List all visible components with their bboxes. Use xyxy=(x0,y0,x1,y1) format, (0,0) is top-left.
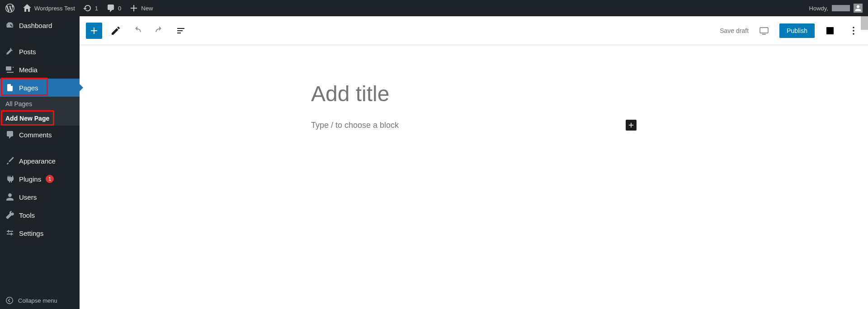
preview-button[interactable] xyxy=(756,23,772,39)
greeting-text: Howdy, xyxy=(809,5,828,12)
editor-toolbar: Save draft Publish xyxy=(80,16,868,45)
user-icon xyxy=(854,5,862,12)
svg-point-4 xyxy=(853,27,854,28)
wrench-icon xyxy=(5,211,14,220)
sidebar-icon xyxy=(825,25,835,36)
block-inserter-button[interactable] xyxy=(86,23,102,39)
redo-icon xyxy=(154,25,165,36)
editor-canvas: Add title Type / to choose a block xyxy=(80,45,868,309)
sidebar-item-dashboard[interactable]: Dashboard xyxy=(0,16,80,34)
new-link[interactable]: New xyxy=(129,4,153,13)
sidebar-label: Pages xyxy=(19,84,38,92)
undo-button[interactable] xyxy=(129,23,146,39)
pin-icon xyxy=(5,47,14,56)
sidebar-item-plugins[interactable]: Plugins 1 xyxy=(0,170,80,188)
svg-point-5 xyxy=(853,30,854,32)
sidebar-item-appearance[interactable]: Appearance xyxy=(0,152,80,170)
svg-rect-2 xyxy=(826,27,834,34)
pencil-icon xyxy=(110,25,121,36)
collapse-label: Collapse menu xyxy=(18,297,57,304)
wp-logo[interactable] xyxy=(5,4,14,13)
publish-button[interactable]: Publish xyxy=(779,23,815,38)
new-label: New xyxy=(141,5,153,12)
redo-button[interactable] xyxy=(151,23,167,39)
sidebar-item-users[interactable]: Users xyxy=(0,188,80,206)
block-editor: Save draft Publish Add title Type / to c… xyxy=(80,16,868,309)
sidebar-item-tools[interactable]: Tools xyxy=(0,206,80,224)
svg-point-0 xyxy=(6,297,13,304)
comment-icon xyxy=(5,130,14,139)
page-icon xyxy=(5,83,14,92)
toolbar-right: Save draft Publish xyxy=(720,23,862,39)
settings-sidebar-toggle[interactable] xyxy=(822,23,838,39)
sidebar-label: Settings xyxy=(19,229,43,237)
admin-bar-right[interactable]: Howdy, xyxy=(809,4,863,13)
avatar xyxy=(854,4,863,13)
comment-icon xyxy=(106,4,115,13)
post-title-input[interactable]: Add title xyxy=(311,81,637,106)
plus-icon xyxy=(89,25,99,36)
sidebar-label: Posts xyxy=(19,48,36,56)
document-overview-button[interactable] xyxy=(173,23,189,39)
undo-icon xyxy=(132,25,143,36)
sidebar-label: Tools xyxy=(19,211,35,219)
inline-inserter-button[interactable] xyxy=(626,120,637,131)
admin-bar: Wordpress Test 1 0 New Howdy, xyxy=(0,0,868,16)
user-icon xyxy=(5,192,14,201)
sliders-icon xyxy=(5,229,14,238)
plugins-badge: 1 xyxy=(46,175,54,183)
home-icon xyxy=(23,4,32,13)
site-title: Wordpress Test xyxy=(34,5,75,12)
list-icon xyxy=(175,25,186,36)
updates-count: 1 xyxy=(95,5,98,12)
pages-submenu: All Pages Add New Page xyxy=(0,97,80,126)
refresh-icon xyxy=(83,4,92,13)
brush-icon xyxy=(5,156,14,165)
sidebar-item-pages[interactable]: Pages xyxy=(0,79,80,97)
tools-button[interactable] xyxy=(108,23,124,39)
kebab-icon xyxy=(848,25,859,36)
submenu-item-all-pages[interactable]: All Pages xyxy=(0,97,80,111)
sidebar-item-posts[interactable]: Posts xyxy=(0,42,80,61)
collapse-menu[interactable]: Collapse menu xyxy=(0,292,80,309)
plus-icon xyxy=(129,4,138,13)
sidebar-label: Appearance xyxy=(19,157,56,165)
plug-icon xyxy=(5,174,14,183)
plus-icon xyxy=(627,121,635,129)
sidebar-label: Comments xyxy=(19,131,52,139)
site-link[interactable]: Wordpress Test xyxy=(23,4,75,13)
sidebar-item-comments[interactable]: Comments xyxy=(0,126,80,144)
comments-link[interactable]: 0 xyxy=(106,4,121,13)
sidebar-label: Users xyxy=(19,193,37,201)
wordpress-icon xyxy=(5,4,14,13)
admin-bar-left: Wordpress Test 1 0 New xyxy=(5,4,153,13)
scrollbar[interactable] xyxy=(861,16,868,30)
comments-count: 0 xyxy=(118,5,121,12)
default-block-appender[interactable]: Type / to choose a block xyxy=(311,121,399,130)
svg-point-6 xyxy=(853,33,854,35)
toolbar-left xyxy=(86,23,189,39)
admin-sidebar: Dashboard Posts Media Pages All Pages Ad… xyxy=(0,16,80,309)
desktop-icon xyxy=(759,25,769,36)
collapse-icon xyxy=(5,296,14,304)
sidebar-item-media[interactable]: Media xyxy=(0,61,80,79)
save-draft-button[interactable]: Save draft xyxy=(720,27,749,34)
dashboard-icon xyxy=(5,21,14,30)
options-button[interactable] xyxy=(845,23,862,39)
updates-link[interactable]: 1 xyxy=(83,4,98,13)
svg-rect-1 xyxy=(760,28,768,33)
media-icon xyxy=(5,65,14,74)
sidebar-label: Media xyxy=(19,66,38,74)
submenu-item-add-new-page[interactable]: Add New Page xyxy=(0,111,80,126)
sidebar-label: Plugins xyxy=(19,175,41,183)
sidebar-item-settings[interactable]: Settings xyxy=(0,224,80,242)
sidebar-label: Dashboard xyxy=(19,22,52,29)
username-redacted xyxy=(832,5,850,11)
